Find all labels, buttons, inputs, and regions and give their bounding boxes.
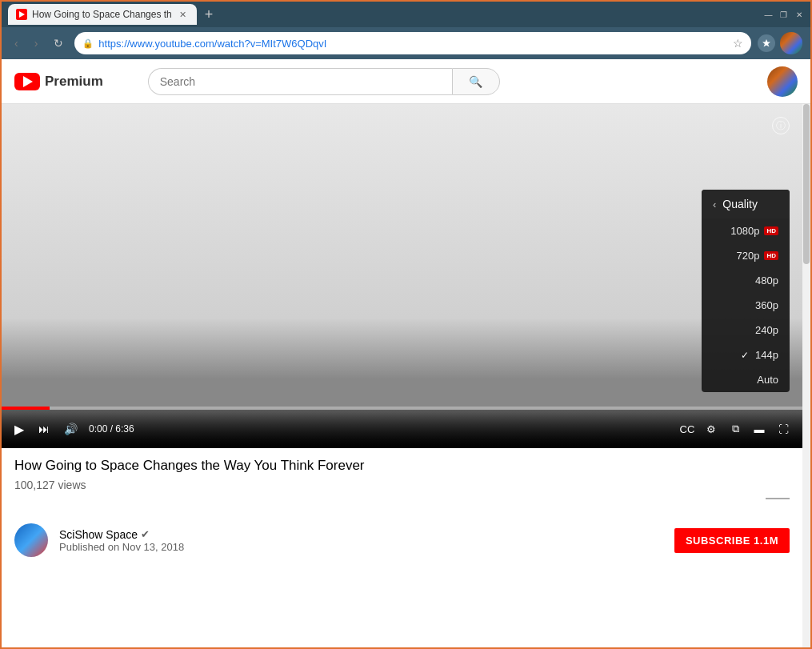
lock-icon: 🔒 xyxy=(82,38,94,49)
video-controls: ▶ ⏭ 🔊 0:00 / 6:36 CC ⚙ ⧉ ▬ ⛶ xyxy=(2,410,802,448)
tab-close-button[interactable]: ✕ xyxy=(177,9,189,21)
verified-icon: ✔ xyxy=(141,528,150,540)
minimize-button[interactable]: — xyxy=(763,10,774,20)
bookmark-icon[interactable]: ☆ xyxy=(733,37,743,50)
youtube-favicon-play xyxy=(19,11,25,18)
quality-dropdown: ‹ Quality 1080p HD 720p HD 480p xyxy=(702,190,790,392)
youtube-logo[interactable]: Premium xyxy=(14,73,103,90)
hd-badge-1080p: HD xyxy=(764,226,778,235)
hd-badge-720p: HD xyxy=(764,251,778,260)
quality-item-360p[interactable]: 360p xyxy=(702,293,790,318)
settings-button[interactable]: ⚙ xyxy=(702,419,721,439)
back-button[interactable]: ‹ xyxy=(10,35,23,51)
cc-button[interactable]: CC xyxy=(678,419,697,439)
quality-item-240p[interactable]: 240p xyxy=(702,318,790,343)
video-player[interactable]: ⓘ ‹ Quality 1080p HD 720p HD xyxy=(2,104,802,448)
title-bar: How Going to Space Changes th ✕ + — ❐ ✕ xyxy=(2,2,810,27)
url-bar[interactable]: 🔒 https://www.youtube.com/watch?v=MIt7W6… xyxy=(74,32,751,54)
quality-header-label: Quality xyxy=(722,198,758,210)
quality-item-144p[interactable]: ✓ 144p xyxy=(702,343,790,367)
tab-title: How Going to Space Changes th xyxy=(32,9,172,20)
quality-label-144p: 144p xyxy=(755,349,778,361)
tab-favicon xyxy=(16,9,27,20)
quality-item-480p[interactable]: 480p xyxy=(702,268,790,293)
quality-label-auto: Auto xyxy=(757,374,778,386)
maximize-button[interactable]: ❐ xyxy=(778,10,789,20)
video-title: How Going to Space Changes the Way You T… xyxy=(14,458,790,474)
new-tab-button[interactable]: + xyxy=(200,6,218,23)
quality-item-720p[interactable]: 720p HD xyxy=(702,243,790,268)
youtube-header: Premium 🔍 xyxy=(2,59,810,104)
quality-item-auto[interactable]: Auto xyxy=(702,367,790,392)
youtube-play-icon xyxy=(23,76,33,87)
header-right xyxy=(767,66,798,97)
info-icon[interactable]: ⓘ xyxy=(772,117,790,134)
extension-icons xyxy=(758,32,802,54)
video-player-wrapper: ⓘ ‹ Quality 1080p HD 720p HD xyxy=(2,104,802,448)
fullscreen-button[interactable]: ⛶ xyxy=(774,419,793,439)
video-section: ⓘ ‹ Quality 1080p HD 720p HD xyxy=(2,104,802,649)
youtube-premium-label: Premium xyxy=(45,74,103,90)
url-text: https://www.youtube.com/watch?v=MIt7W6QD… xyxy=(98,38,728,50)
search-input[interactable] xyxy=(148,68,452,95)
progress-bar[interactable] xyxy=(2,407,802,410)
refresh-button[interactable]: ↻ xyxy=(49,35,68,51)
quality-header[interactable]: ‹ Quality xyxy=(702,190,790,218)
theater-button[interactable]: ▬ xyxy=(750,419,769,439)
forward-button[interactable]: › xyxy=(30,35,43,51)
quality-label-720p: 720p xyxy=(737,250,760,262)
video-views: 100,127 views xyxy=(14,479,790,491)
active-tab[interactable]: How Going to Space Changes th ✕ xyxy=(8,4,197,25)
quality-label-240p: 240p xyxy=(755,324,778,336)
address-bar: ‹ › ↻ 🔒 https://www.youtube.com/watch?v=… xyxy=(2,27,810,59)
user-avatar[interactable] xyxy=(767,66,798,97)
volume-button[interactable]: 🔊 xyxy=(61,421,81,437)
channel-name: SciShow Space ✔ xyxy=(59,528,663,541)
controls-right: CC ⚙ ⧉ ▬ ⛶ xyxy=(678,419,793,439)
video-divider xyxy=(766,498,790,499)
channel-info: SciShow Space ✔ Published on Nov 13, 201… xyxy=(59,528,663,553)
main-content: ⓘ ‹ Quality 1080p HD 720p HD xyxy=(2,104,810,649)
time-display: 0:00 / 6:36 xyxy=(89,423,134,435)
channel-avatar[interactable] xyxy=(14,523,48,557)
quality-item-1080p[interactable]: 1080p HD xyxy=(702,218,790,243)
search-container: 🔍 xyxy=(148,68,500,95)
search-button[interactable]: 🔍 xyxy=(452,68,500,95)
progress-fill xyxy=(2,407,50,410)
check-icon: ✓ xyxy=(741,350,749,361)
browser-user-avatar[interactable] xyxy=(780,32,802,54)
quality-label-360p: 360p xyxy=(755,299,778,311)
channel-row: SciShow Space ✔ Published on Nov 13, 201… xyxy=(2,515,802,565)
play-button[interactable]: ▶ xyxy=(11,420,27,439)
quality-label-480p: 480p xyxy=(755,274,778,286)
extension-icon-1[interactable] xyxy=(758,34,775,52)
back-arrow-icon: ‹ xyxy=(713,198,716,210)
quality-label-1080p: 1080p xyxy=(730,225,759,237)
search-icon: 🔍 xyxy=(469,75,482,88)
youtube-logo-icon xyxy=(14,73,40,90)
scrollbar[interactable] xyxy=(802,104,810,649)
subscribe-button[interactable]: SUBSCRIBE 1.1M xyxy=(674,528,790,553)
scrollbar-thumb[interactable] xyxy=(803,104,810,264)
tab-area: How Going to Space Changes th ✕ + xyxy=(8,4,757,25)
miniplayer-button[interactable]: ⧉ xyxy=(726,419,745,439)
close-button[interactable]: ✕ xyxy=(794,10,804,20)
window-controls: — ❐ ✕ xyxy=(763,10,804,20)
video-canvas xyxy=(2,104,802,410)
video-info: How Going to Space Changes the Way You T… xyxy=(2,448,802,515)
skip-button[interactable]: ⏭ xyxy=(35,421,53,437)
channel-publish: Published on Nov 13, 2018 xyxy=(59,541,663,553)
